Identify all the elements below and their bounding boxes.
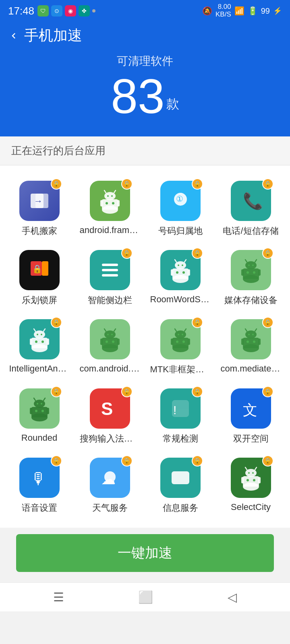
app-name: 信息服务	[150, 502, 211, 514]
app-item[interactable]: com.android.w...	[75, 312, 145, 381]
back-button[interactable]	[8, 30, 19, 41]
svg-rect-11	[117, 200, 120, 206]
app-item[interactable]: 🔒 Rounded	[4, 381, 75, 450]
app-name: RoomWordSa...	[150, 294, 211, 305]
status-bar-left: 17:48 🛡 ⊙ ◉ ✤	[8, 5, 95, 17]
svg-point-110	[246, 479, 249, 481]
app-icon-1: 🛡	[37, 5, 49, 17]
svg-point-36	[246, 271, 249, 274]
svg-line-65	[104, 329, 106, 331]
svg-rect-24	[172, 268, 188, 279]
app-item[interactable]: ☁ 🔒 天气服务	[75, 450, 145, 520]
lock-badge: 🔒	[192, 455, 203, 466]
svg-line-118	[255, 467, 257, 470]
mute-icon: 🔕	[202, 6, 212, 16]
app-name: 智能侧边栏	[80, 294, 140, 306]
app-name: 手机搬家	[9, 225, 70, 237]
svg-point-83	[248, 334, 250, 335]
app-icon-wrap: 📞 🔒	[231, 181, 271, 221]
svg-point-62	[111, 334, 113, 335]
status-icons: 🛡 ⊙ ◉ ✤	[37, 5, 95, 17]
lock-badge: 🔒	[51, 386, 62, 397]
svg-line-33	[184, 260, 186, 262]
svg-point-28	[178, 264, 179, 266]
svg-rect-90	[31, 407, 48, 417]
battery-icon: 🔋	[248, 6, 258, 16]
svg-line-55	[44, 329, 45, 331]
svg-rect-41	[241, 269, 244, 276]
svg-line-76	[175, 329, 176, 331]
svg-rect-46	[31, 338, 48, 348]
app-item[interactable]: 🔒 com.mediatek....	[215, 312, 286, 381]
app-icon-wrap: ① 🔒	[160, 181, 201, 221]
home-icon[interactable]: ⬜	[138, 590, 153, 604]
app-item[interactable]: 🔒 android.frame...	[75, 173, 145, 243]
app-item[interactable]: 📞 🔒 电话/短信存储	[215, 173, 286, 243]
svg-text:🎙: 🎙	[31, 470, 47, 487]
svg-text:→: →	[34, 196, 43, 206]
back-nav-icon[interactable]: ◁	[228, 590, 237, 604]
status-bar-right: 🔕 8.00KB/S 📶 🔋 99 ⚡	[202, 3, 282, 18]
app-name: SelectCity	[221, 502, 281, 512]
svg-point-51	[41, 334, 42, 335]
app-name: Rounded	[9, 433, 70, 443]
svg-point-81	[253, 341, 255, 343]
app-item[interactable]: 🔒 IntelligentAnal...	[4, 312, 75, 381]
lock-badge: 🔒	[121, 386, 133, 397]
dot-indicator	[92, 9, 95, 12]
svg-point-26	[182, 271, 185, 274]
app-item[interactable]: 🔒 MTK非框架行...	[145, 312, 215, 381]
svg-rect-107	[172, 471, 189, 484]
svg-rect-21	[102, 269, 118, 271]
lock-badge: 🔒	[262, 455, 273, 466]
app-name: 媒体存储设备	[221, 294, 281, 306]
app-item[interactable]: S 🔒 搜狗输入法定...	[75, 381, 145, 450]
svg-line-13	[114, 190, 116, 193]
svg-line-54	[34, 329, 35, 331]
app-icon-wrap: 🔒	[231, 250, 271, 290]
svg-point-73	[182, 334, 183, 335]
svg-line-77	[184, 329, 186, 331]
app-item[interactable]: 🔒 智能侧边栏	[75, 243, 145, 312]
app-item[interactable]: 🔒 SelectCity	[215, 450, 286, 520]
svg-point-92	[41, 410, 44, 412]
svg-point-84	[252, 334, 254, 335]
svg-point-8	[107, 195, 109, 197]
svg-rect-63	[100, 339, 103, 345]
lock-badge: 🔒	[51, 455, 62, 466]
app-item[interactable]: 🔒 RoomWordSa...	[145, 243, 215, 312]
app-item[interactable]: 🔒 信息服务	[145, 450, 215, 520]
app-icon-wrap: 🔒	[160, 458, 201, 498]
app-grid: → 🔒 手机搬家 🔒 android.frame... ① 🔒	[0, 165, 290, 528]
speed-text: 8.00KB/S	[215, 3, 231, 18]
app-item[interactable]: 🔒 媒体存储设备	[215, 243, 286, 312]
svg-text:📞: 📞	[243, 191, 263, 211]
app-item[interactable]: ① 🔒 号码归属地	[145, 173, 215, 243]
lock-badge: 🔒	[192, 317, 203, 328]
svg-rect-4	[102, 199, 118, 210]
app-item[interactable]: ! 🔒 常规检测	[145, 381, 215, 450]
lock-badge: 🔒	[192, 386, 203, 397]
svg-rect-85	[241, 339, 244, 345]
header: 手机加速 可清理软件 83 款	[0, 22, 290, 136]
app-item[interactable]: 🔒 乐划锁屏	[4, 243, 75, 312]
app-item[interactable]: 文 🔒 双开空间	[215, 381, 286, 450]
app-icon-wrap: 🔒	[160, 250, 201, 290]
app-icon-wrap: ! 🔒	[160, 388, 201, 429]
app-item[interactable]: 🎙 🔒 语音设置	[4, 450, 75, 520]
svg-rect-20	[102, 264, 118, 266]
lock-badge: 🔒	[121, 248, 133, 259]
svg-point-95	[41, 403, 42, 405]
app-item[interactable]: → 🔒 手机搬家	[4, 173, 75, 243]
nav-bar: ☰ ⬜ ◁	[0, 582, 290, 611]
svg-text:①: ①	[176, 194, 183, 203]
speed-up-button[interactable]: 一键加速	[16, 534, 274, 572]
svg-point-59	[112, 341, 114, 343]
app-icon-wrap: ☁ 🔒	[90, 458, 130, 498]
app-icon-3: ◉	[65, 5, 76, 17]
svg-line-87	[245, 329, 247, 331]
svg-rect-109	[243, 476, 259, 487]
svg-line-44	[255, 260, 257, 262]
subtitle: 可清理软件	[8, 54, 282, 69]
menu-icon[interactable]: ☰	[53, 590, 64, 604]
